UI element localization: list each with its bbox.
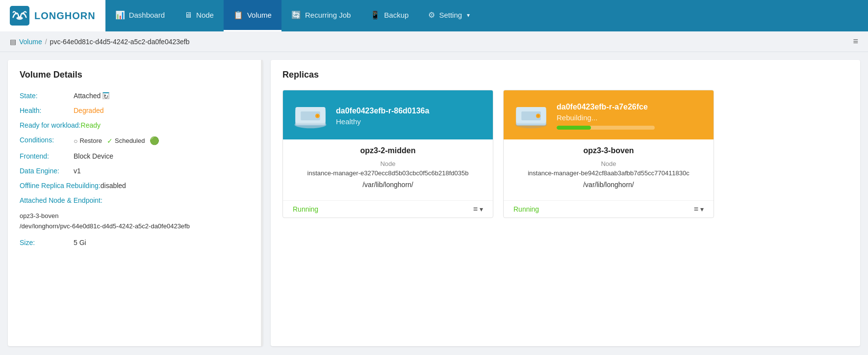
restore-check-icon: ○: [74, 137, 77, 145]
frontend-value: Block Device: [74, 152, 113, 160]
replica-1-dropdown-icon: ▾: [480, 205, 483, 213]
health-row: Health: Degraded: [20, 107, 251, 114]
replica-1-status: Healthy: [336, 117, 483, 126]
replica-2-menu-button[interactable]: ≡ ▾: [694, 205, 704, 214]
breadcrumb: ▤ Volume / pvc-64e0d81c-d4d5-4242-a5c2-d…: [10, 38, 189, 46]
setting-dropdown-icon: ▾: [467, 12, 470, 19]
volume-details-title: Volume Details: [20, 70, 251, 80]
replicas-title: Replicas: [282, 70, 848, 80]
node-icon: 🖥: [184, 11, 192, 20]
replica-1-instance-manager: instance-manager-e3270ecc8d5b03cbc0f5c6b…: [307, 169, 469, 177]
spinner-icon: ↻: [102, 92, 109, 99]
replica-2-node-info: Node instance-manager-be942cf8aab3afbb7d…: [513, 160, 704, 177]
replica-2-progress-bar: [557, 126, 655, 130]
frontend-label: Frontend:: [20, 152, 74, 160]
brand-name: LONGHORN: [34, 10, 96, 22]
size-row: Size: 5 Gi: [20, 239, 251, 246]
replica-card-2: da0fe0423efb-r-a7e26fce Rebuilding... op…: [503, 90, 714, 218]
svg-point-1: [16, 17, 23, 20]
replica-card-1: da0fe0423efb-r-86d0136a Healthy opz3-2-m…: [282, 90, 493, 218]
condition-restore-label: Restore: [79, 137, 102, 144]
brand: LONGHORN: [0, 0, 105, 31]
nav-item-recurring-job[interactable]: 🔄 Recurring Job: [281, 0, 360, 31]
conditions-label: Conditions:: [20, 136, 74, 144]
data-engine-value: v1: [74, 167, 81, 175]
condition-restore: ○ Restore: [74, 137, 102, 145]
svg-rect-0: [10, 6, 29, 26]
replica-2-dropdown-icon: ▾: [700, 205, 704, 213]
stack-layers-icon: 🟢: [150, 136, 159, 145]
volume-icon: 📋: [233, 10, 243, 20]
breadcrumb-current: pvc-64e0d81c-d4d5-4242-a5c2-da0fe0423efb: [50, 38, 190, 46]
replica-1-disk-icon: [293, 102, 328, 130]
replica-1-name: da0fe0423efb-r-86d0136a: [336, 107, 483, 115]
size-label: Size:: [20, 239, 74, 246]
breadcrumb-bar: ▤ Volume / pvc-64e0d81c-d4d5-4242-a5c2-d…: [0, 31, 868, 52]
condition-scheduled: ✓ Scheduled: [107, 137, 145, 145]
scheduled-check-icon: ✓: [107, 137, 113, 145]
state-row: State: Attached ↻: [20, 92, 251, 100]
replica-1-footer: Running ≡ ▾: [283, 200, 493, 218]
nav-dashboard-label: Dashboard: [129, 11, 165, 19]
nav-setting-label: Setting: [439, 11, 462, 19]
replica-1-header: da0fe0423efb-r-86d0136a Healthy: [283, 90, 493, 139]
svg-point-8: [317, 115, 319, 117]
size-value: 5 Gi: [74, 239, 86, 246]
replica-1-name-area: da0fe0423efb-r-86d0136a Healthy: [336, 107, 483, 126]
backup-icon: 📱: [370, 10, 380, 20]
attached-label: Attached Node & Endpoint:: [20, 196, 102, 204]
health-label: Health:: [20, 107, 74, 114]
breadcrumb-separator: /: [45, 38, 47, 46]
replica-2-header: da0fe0423efb-r-a7e26fce Rebuilding...: [504, 90, 714, 139]
replica-1-node-name: opz3-2-midden: [293, 146, 483, 155]
nav-item-dashboard[interactable]: 📊 Dashboard: [105, 0, 175, 31]
attached-row: Attached Node & Endpoint:: [20, 196, 251, 204]
ready-value: Ready: [81, 121, 101, 129]
replica-2-name: da0fe0423efb-r-a7e26fce: [557, 103, 704, 111]
data-engine-label: Data Engine:: [20, 167, 74, 175]
recurring-job-icon: 🔄: [291, 10, 301, 20]
nav-list: 📊 Dashboard 🖥 Node 📋 Volume 🔄 Recurring …: [105, 0, 480, 31]
replica-1-path: /var/lib/longhorn/: [293, 181, 483, 189]
main-content: Volume Details State: Attached ↻ Health:…: [0, 52, 868, 354]
navbar: LONGHORN 📊 Dashboard 🖥 Node 📋 Volume 🔄 R…: [0, 0, 868, 31]
replica-2-progress-fill: [557, 126, 591, 130]
replica-2-status: Rebuilding...: [557, 113, 704, 122]
nav-node-label: Node: [196, 11, 214, 19]
offline-label: Offline Replica Rebuilding:: [20, 182, 101, 190]
health-value: Degraded: [74, 107, 104, 114]
replica-1-node-label: Node: [380, 160, 395, 167]
state-label: State:: [20, 92, 74, 100]
nav-item-node[interactable]: 🖥 Node: [175, 0, 224, 31]
ready-label: Ready for workload:: [20, 121, 81, 129]
nav-item-volume[interactable]: 📋 Volume: [224, 0, 281, 31]
breadcrumb-root[interactable]: Volume: [19, 38, 42, 46]
attached-value-block: opz3-3-boven /dev/longhorn/pvc-64e0d81c-…: [20, 211, 251, 232]
conditions-row: Conditions: ○ Restore ✓ Scheduled 🟢: [20, 136, 251, 145]
replica-2-instance-manager: instance-manager-be942cf8aab3afbb7d55cc7…: [528, 169, 689, 177]
nav-backup-label: Backup: [384, 11, 408, 19]
setting-icon: ⚙: [428, 10, 435, 20]
replica-2-node-name: opz3-3-boven: [513, 146, 704, 155]
settings-lines-icon[interactable]: ≡: [853, 36, 858, 47]
nav-recurring-job-label: Recurring Job: [305, 11, 351, 19]
attached-node: opz3-3-boven: [20, 211, 251, 221]
dashboard-icon: 📊: [115, 10, 125, 20]
nav-item-setting[interactable]: ⚙ Setting ▾: [418, 0, 480, 31]
replica-1-menu-button[interactable]: ≡ ▾: [473, 205, 483, 214]
nav-volume-label: Volume: [247, 11, 272, 19]
conditions-values: ○ Restore ✓ Scheduled 🟢: [74, 136, 159, 145]
panel-resize-divider[interactable]: [261, 60, 263, 346]
replica-1-running: Running: [293, 205, 318, 213]
ready-row: Ready for workload: Ready: [20, 121, 251, 129]
volume-details-panel: Volume Details State: Attached ↻ Health:…: [8, 60, 263, 346]
offline-row: Offline Replica Rebuilding: disabled: [20, 182, 251, 190]
replica-1-body: opz3-2-midden Node instance-manager-e327…: [283, 139, 493, 200]
nav-item-backup[interactable]: 📱 Backup: [360, 0, 418, 31]
condition-scheduled-label: Scheduled: [115, 137, 145, 144]
breadcrumb-volume-icon: ▤: [10, 38, 16, 46]
attached-path: /dev/longhorn/pvc-64e0d81c-d4d5-4242-a5c…: [20, 221, 251, 232]
data-engine-row: Data Engine: v1: [20, 167, 251, 175]
replica-2-node-label: Node: [601, 160, 616, 167]
replica-1-list-icon: ≡: [473, 205, 478, 214]
